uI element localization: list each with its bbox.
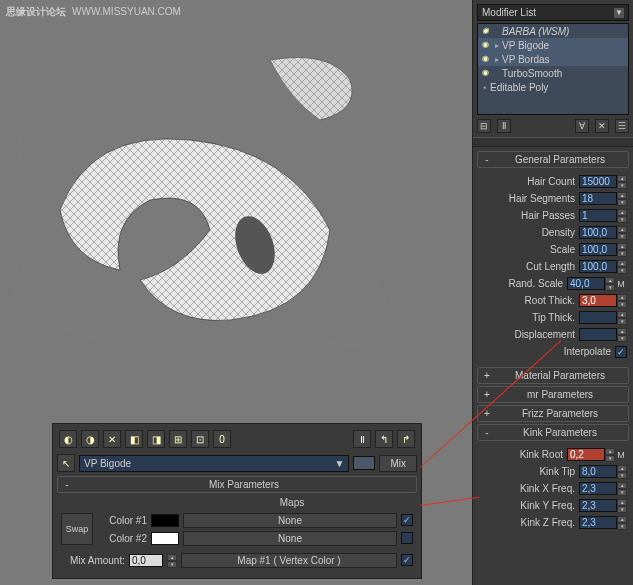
interpolate-checkbox[interactable]: ✓	[615, 346, 627, 358]
param-label: Kink Root	[479, 449, 567, 460]
hair-count-spinner[interactable]: 15000	[579, 175, 617, 188]
param-label: Hair Passes	[479, 210, 579, 221]
stack-item[interactable]: ◉TurboSmooth	[478, 66, 628, 80]
color1-map-button[interactable]: None	[183, 513, 397, 528]
spinner-buttons[interactable]: ▴▾	[617, 243, 627, 256]
stack-item[interactable]: ◉BARBA (WSM)	[478, 24, 628, 38]
spinner-buttons[interactable]: ▴▾	[617, 192, 627, 205]
viewport-3d[interactable]	[0, 0, 470, 390]
param-label: Rand. Scale	[479, 278, 567, 289]
watermark: 思缘设计论坛WWW.MISSYUAN.COM	[6, 4, 181, 19]
put-material-button[interactable]: ◑	[81, 430, 99, 448]
scale-spinner[interactable]: 100,0	[579, 243, 617, 256]
color1-swatch[interactable]	[151, 514, 179, 527]
spinner-buttons[interactable]: ▴▾	[617, 226, 627, 239]
rollout-general-parameters: -General Parameters Hair Count15000▴▾ Ha…	[477, 151, 629, 365]
spinner-buttons[interactable]: ▴▾	[617, 516, 627, 529]
kink-z-freq-spinner[interactable]: 2,3	[579, 516, 617, 529]
modifier-list-dropdown[interactable]: Modifier List ▼	[477, 4, 629, 21]
spinner-buttons[interactable]: ▴▾	[605, 448, 615, 461]
map-button[interactable]: M	[615, 279, 627, 289]
pick-material-button[interactable]: ↖	[57, 454, 75, 472]
put-to-library-button[interactable]: ⊡	[191, 430, 209, 448]
material-toolbar: ◐ ◑ ✕ ◧ ◨ ⊞ ⊡ 0 Ⅱ ↰ ↱	[57, 428, 417, 450]
param-label: Kink Tip	[479, 466, 579, 477]
root-thick-spinner[interactable]: 3,0	[579, 294, 617, 307]
command-panel: Modifier List ▼ ◉BARBA (WSM) ◉▸VP Bigode…	[472, 0, 633, 585]
hair-segments-spinner[interactable]: 18	[579, 192, 617, 205]
swap-button[interactable]: Swap	[61, 513, 93, 545]
show-end-result-button[interactable]: Ⅱ	[353, 430, 371, 448]
material-name-field[interactable]: VP Bigode▼	[79, 455, 349, 472]
kink-x-freq-spinner[interactable]: 2,3	[579, 482, 617, 495]
spinner-buttons[interactable]: ▴▾	[167, 554, 177, 567]
cut-length-spinner[interactable]: 100,0	[579, 260, 617, 273]
mix-amount-map-button[interactable]: Map #1 ( Vertex Color )	[181, 553, 397, 568]
kink-tip-spinner[interactable]: 8,0	[579, 465, 617, 478]
spinner-buttons[interactable]: ▴▾	[617, 328, 627, 341]
bulb-icon[interactable]: ◉	[480, 40, 490, 50]
spinner-buttons[interactable]: ▴▾	[617, 499, 627, 512]
rollout-header[interactable]: +Material Parameters	[477, 367, 629, 384]
expand-icon[interactable]: ▸	[492, 55, 502, 64]
spinner-buttons[interactable]: ▴▾	[617, 260, 627, 273]
spinner-buttons[interactable]: ▴▾	[617, 311, 627, 324]
stack-item[interactable]: ▪Editable Poly	[478, 80, 628, 94]
spinner-buttons[interactable]: ▴▾	[617, 175, 627, 188]
mix-amount-enable-checkbox[interactable]: ✓	[401, 554, 413, 566]
param-label: Kink X Freq.	[479, 483, 579, 494]
hair-passes-spinner[interactable]: 1	[579, 209, 617, 222]
material-type-button[interactable]: Mix	[379, 455, 417, 472]
param-label: Hair Count	[479, 176, 579, 187]
dropdown-arrow-icon[interactable]: ▼	[335, 458, 345, 469]
kink-root-spinner[interactable]: 0,2	[567, 448, 605, 461]
rand-scale-spinner[interactable]: 40,0	[567, 277, 605, 290]
make-copy-button[interactable]: ◨	[147, 430, 165, 448]
annotation-line	[420, 497, 480, 506]
stack-item[interactable]: ◉▸VP Bigode	[478, 38, 628, 52]
make-unique-button[interactable]: ⊞	[169, 430, 187, 448]
stack-item[interactable]: ◉▸VP Bordas	[478, 52, 628, 66]
color2-enable-checkbox[interactable]	[401, 532, 413, 544]
assign-material-button[interactable]: ✕	[103, 430, 121, 448]
pin-stack-button[interactable]: ⊟	[477, 119, 491, 133]
displacement-spinner[interactable]	[579, 328, 617, 341]
bulb-icon[interactable]: ◉	[480, 26, 490, 36]
reset-map-button[interactable]: ◧	[125, 430, 143, 448]
color1-enable-checkbox[interactable]: ✓	[401, 514, 413, 526]
stack-toolbar: ⊟ Ⅱ ∀ ✕ ☰	[477, 119, 629, 133]
expand-icon[interactable]: ▪	[480, 83, 490, 92]
rollout-frizz-parameters: +Frizz Parameters	[477, 405, 629, 422]
minus-icon: -	[482, 427, 492, 438]
material-id-button[interactable]: 0	[213, 430, 231, 448]
get-material-button[interactable]: ◐	[59, 430, 77, 448]
kink-y-freq-spinner[interactable]: 2,3	[579, 499, 617, 512]
material-color-swatch[interactable]	[353, 456, 375, 470]
go-to-parent-button[interactable]: ↰	[375, 430, 393, 448]
spinner-buttons[interactable]: ▴▾	[617, 209, 627, 222]
color2-map-button[interactable]: None	[183, 531, 397, 546]
configure-sets-button[interactable]: ☰	[615, 119, 629, 133]
bulb-icon[interactable]: ◉	[480, 68, 490, 78]
go-forward-button[interactable]: ↱	[397, 430, 415, 448]
density-spinner[interactable]: 100,0	[579, 226, 617, 239]
spinner-buttons[interactable]: ▴▾	[617, 465, 627, 478]
spinner-buttons[interactable]: ▴▾	[617, 294, 627, 307]
map-button[interactable]: M	[615, 450, 627, 460]
bulb-icon[interactable]: ◉	[480, 54, 490, 64]
rollout-header[interactable]: -Kink Parameters	[477, 424, 629, 441]
rollout-header[interactable]: -Mix Parameters	[57, 476, 417, 493]
expand-icon[interactable]: ▸	[492, 41, 502, 50]
color2-swatch[interactable]	[151, 532, 179, 545]
wireframe-mesh	[10, 30, 400, 360]
spinner-buttons[interactable]: ▴▾	[617, 482, 627, 495]
spinner-buttons[interactable]: ▴▾	[605, 277, 615, 290]
mix-amount-spinner[interactable]: 0,0	[129, 554, 163, 567]
show-end-result-button[interactable]: Ⅱ	[497, 119, 511, 133]
rollout-header[interactable]: -General Parameters	[477, 151, 629, 168]
make-unique-button[interactable]: ∀	[575, 119, 589, 133]
tip-thick-spinner[interactable]	[579, 311, 617, 324]
modifier-stack[interactable]: ◉BARBA (WSM) ◉▸VP Bigode ◉▸VP Bordas ◉Tu…	[477, 23, 629, 115]
rollout-header[interactable]: +Frizz Parameters	[477, 405, 629, 422]
remove-modifier-button[interactable]: ✕	[595, 119, 609, 133]
